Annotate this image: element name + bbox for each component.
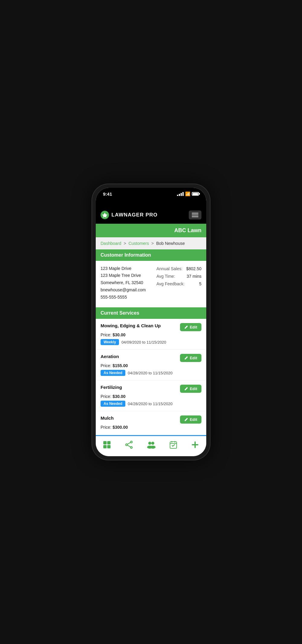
status-time: 9:41 [103, 191, 112, 197]
service-item-1: Mowing, Edging & Clean Up Edit Price: $3… [96, 319, 206, 350]
edit-icon [184, 356, 188, 360]
service-4-header: Mulch Edit [101, 415, 201, 424]
city-state: Somewhere, FL 32540 [101, 279, 156, 287]
services-header: Current Services [96, 307, 206, 319]
edit-icon [184, 418, 188, 421]
current-services-section: Current Services Mowing, Edging & Clean … [96, 307, 206, 436]
avg-time-label: Avg Time: [156, 273, 175, 280]
nav-share[interactable] [122, 439, 136, 451]
service-1-schedule: Weekly 04/09/2020 to 11/15/2020 [101, 339, 201, 345]
breadcrumb-sep-2: > [151, 241, 154, 246]
service-3-badge: As Needed [101, 401, 125, 407]
svg-rect-0 [103, 441, 107, 444]
service-1-dates: 04/09/2020 to 11/15/2020 [121, 340, 166, 344]
nav-dashboard[interactable] [100, 439, 114, 451]
services-title: Current Services [101, 310, 139, 316]
svg-line-8 [127, 445, 130, 447]
service-1-name: Mowing, Edging & Clean Up [101, 323, 161, 328]
price-label-4: Price: [101, 425, 113, 430]
svg-rect-1 [107, 441, 111, 444]
nav-schedule[interactable] [167, 439, 180, 451]
wifi-icon: 📶 [185, 191, 190, 196]
svg-point-4 [130, 441, 132, 443]
app-header: LAWNAGER PRO [96, 207, 206, 224]
service-3-edit-button[interactable]: Edit [180, 385, 201, 393]
service-2-header: Aeration Edit [101, 354, 201, 362]
service-2-badge: As Needed [101, 370, 125, 376]
battery-icon [192, 192, 199, 196]
service-item-4: Mulch Edit Price: $300.00 [96, 411, 206, 436]
annual-sales-label: Annual Sales: [156, 265, 182, 273]
svg-rect-3 [107, 445, 111, 448]
service-4-name: Mulch [101, 415, 114, 421]
customers-icon [147, 441, 156, 450]
service-3-schedule: As Needed 04/28/2020 to 11/15/2020 [101, 401, 201, 407]
service-3-header: Fertilizing Edit [101, 385, 201, 393]
breadcrumb-customer-name: Bob Newhouse [156, 241, 185, 246]
service-2-price: Price: $155.00 [101, 363, 201, 368]
customer-information-section: Customer Information 123 Maple Drive 123… [96, 249, 206, 305]
svg-line-7 [127, 443, 130, 444]
edit-icon [184, 325, 188, 329]
service-1-badge: Weekly [101, 339, 119, 345]
service-item-3: Fertilizing Edit Price: $30.00 As Needed [96, 380, 206, 411]
service-4-edit-label: Edit [190, 417, 197, 422]
bottom-nav [96, 436, 206, 456]
app-title: LAWNAGER PRO [111, 212, 158, 218]
service-1-edit-button[interactable]: Edit [180, 323, 201, 331]
service-2-name: Aeration [101, 354, 119, 359]
add-icon [191, 441, 199, 450]
service-3-edit-label: Edit [190, 386, 197, 391]
service-2-edit-button[interactable]: Edit [180, 354, 201, 362]
breadcrumb-sep-1: > [124, 241, 126, 246]
avg-time-row: Avg Time: 37 mins [156, 273, 201, 280]
avg-feedback-value: 5 [199, 280, 201, 288]
customer-info-title: Customer Information [101, 252, 151, 258]
nav-add[interactable] [188, 439, 202, 451]
nav-customers[interactable] [144, 439, 158, 451]
hamburger-button[interactable] [189, 210, 201, 219]
customer-info-card: 123 Maple Drive 123 Maple Tree Drive Som… [96, 261, 206, 305]
notch [96, 199, 206, 207]
avg-feedback-label: Avg Feedback: [156, 280, 185, 288]
svg-point-5 [126, 444, 127, 446]
service-2-edit-label: Edit [190, 356, 197, 360]
phone-screen: 9:41 📶 [96, 188, 206, 457]
breadcrumb-customers[interactable]: Customers [128, 241, 149, 246]
service-1-edit-label: Edit [190, 325, 197, 329]
service-3-dates: 04/28/2020 to 11/15/2020 [128, 402, 172, 406]
service-2-dates: 04/28/2020 to 11/15/2020 [128, 371, 172, 375]
service-item-2: Aeration Edit Price: $155.00 As Needed [96, 350, 206, 380]
share-icon [125, 441, 133, 450]
price-label: Price: [101, 332, 113, 337]
email: bnewhouse@gmail.com [101, 287, 156, 294]
annual-sales-value: $802.50 [186, 265, 201, 273]
company-banner: ABC Lawn [96, 224, 206, 237]
hamburger-line-1 [192, 213, 198, 213]
service-4-price: Price: $300.00 [101, 425, 201, 430]
breadcrumb: Dashboard > Customers > Bob Newhouse [96, 237, 206, 249]
edit-icon [184, 387, 188, 391]
service-2-price-value: $155.00 [113, 363, 128, 368]
avg-time-value: 37 mins [187, 273, 201, 280]
svg-rect-13 [170, 442, 177, 448]
customer-address-block: 123 Maple Drive 123 Maple Tree Drive Som… [101, 265, 156, 301]
signal-icon [177, 192, 184, 196]
price-label-2: Price: [101, 363, 113, 368]
svg-point-12 [150, 446, 156, 449]
logo-icon [101, 211, 109, 219]
status-icons: 📶 [177, 191, 199, 196]
service-1-price-value: $30.00 [113, 332, 126, 337]
customer-info-header: Customer Information [96, 249, 206, 261]
services-list: Mowing, Edging & Clean Up Edit Price: $3… [96, 319, 206, 436]
service-4-edit-button[interactable]: Edit [180, 415, 201, 424]
svg-point-10 [151, 442, 154, 445]
service-3-name: Fertilizing [101, 385, 122, 390]
app-logo: LAWNAGER PRO [101, 211, 158, 219]
phone: 555-555-5555 [101, 294, 156, 301]
schedule-icon [169, 441, 177, 450]
customer-stats-block: Annual Sales: $802.50 Avg Time: 37 mins … [156, 265, 201, 301]
price-label-3: Price: [101, 394, 113, 399]
service-1-header: Mowing, Edging & Clean Up Edit [101, 323, 201, 331]
breadcrumb-dashboard[interactable]: Dashboard [101, 241, 121, 246]
